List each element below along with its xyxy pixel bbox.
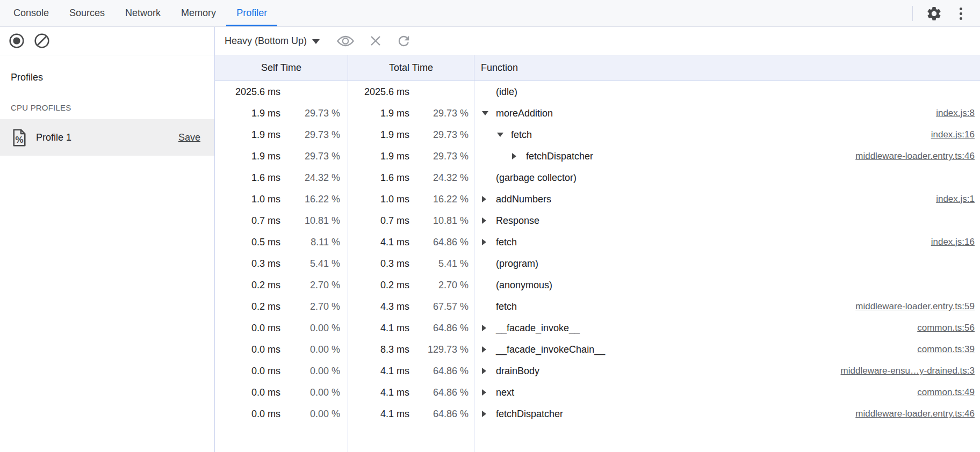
settings-button[interactable] (926, 5, 942, 22)
total-time-cell: 2025.6 ms (348, 81, 474, 103)
table-row[interactable]: 0.0 ms0.00 %4.1 ms64.86 %drainBodymiddle… (215, 360, 980, 382)
restore-button[interactable] (396, 33, 412, 49)
time-ms-value: 4.3 ms (348, 301, 409, 312)
source-link[interactable]: index.js:8 (925, 108, 980, 119)
collapsed-arrow-icon[interactable] (482, 389, 496, 396)
expanded-arrow-icon[interactable] (482, 111, 496, 115)
view-mode-label: Heavy (Bottom Up) (225, 35, 307, 47)
time-ms-value: 0.0 ms (215, 409, 280, 420)
time-percent-value: 0.00 % (280, 344, 348, 355)
table-row[interactable]: 0.5 ms8.11 %4.1 ms64.86 %fetchindex.js:1… (215, 231, 980, 253)
function-tree-node: drainBody (474, 366, 539, 377)
view-mode-select[interactable]: Heavy (Bottom Up) (225, 35, 320, 47)
clear-profiles-button[interactable] (34, 33, 50, 49)
time-percent-value: 0.00 % (280, 409, 348, 420)
function-cell: fetchindex.js:16 (474, 124, 980, 145)
function-tree-node: (garbage collector) (474, 172, 577, 184)
table-row[interactable]: 0.0 ms0.00 %4.1 ms64.86 %__facade_invoke… (215, 317, 980, 339)
table-row[interactable]: 2025.6 ms2025.6 ms(idle) (215, 81, 980, 103)
function-cell: fetchindex.js:16 (474, 231, 980, 253)
time-percent-value: 2.70 % (409, 280, 474, 291)
tab-sources[interactable]: Sources (59, 0, 115, 26)
total-time-cell: 0.7 ms10.81 % (348, 210, 474, 231)
source-link[interactable]: common.ts:39 (906, 344, 980, 355)
table-row[interactable]: 1.6 ms24.32 %1.6 ms24.32 %(garbage colle… (215, 167, 980, 188)
more-options-button[interactable] (955, 8, 966, 20)
total-time-cell: 4.1 ms64.86 % (348, 403, 474, 425)
table-row[interactable]: 0.2 ms2.70 %0.2 ms2.70 %(anonymous) (215, 274, 980, 296)
table-row[interactable]: 0.3 ms5.41 %0.3 ms5.41 %(program) (215, 253, 980, 274)
grid-empty-area (215, 425, 980, 452)
source-link[interactable]: index.js:16 (920, 237, 980, 247)
time-ms-value: 4.1 ms (348, 323, 409, 334)
save-link[interactable]: Save (178, 132, 200, 143)
exclude-button[interactable] (369, 34, 383, 48)
clear-icon (34, 33, 50, 49)
table-row[interactable]: 1.0 ms16.22 %1.0 ms16.22 %addNumbersinde… (215, 188, 980, 210)
collapsed-arrow-icon[interactable] (482, 411, 496, 417)
function-tree-node: (anonymous) (474, 280, 552, 291)
self-time-cell: 0.0 ms0.00 % (215, 317, 348, 339)
collapsed-arrow-icon[interactable] (482, 346, 496, 353)
table-row[interactable]: 0.2 ms2.70 %4.3 ms67.57 %fetchmiddleware… (215, 296, 980, 317)
table-row[interactable]: 0.7 ms10.81 %0.7 ms10.81 %Response (215, 210, 980, 231)
function-tree-node: fetchDispatcher (474, 151, 593, 162)
time-ms-value: 1.9 ms (215, 151, 280, 162)
source-link[interactable]: index.js:16 (920, 129, 980, 140)
time-percent-value: 29.73 % (409, 108, 474, 119)
collapsed-arrow-icon[interactable] (482, 217, 496, 224)
function-name: fetch (511, 129, 532, 141)
time-percent-value: 16.22 % (409, 194, 474, 205)
tab-network[interactable]: Network (115, 0, 171, 26)
collapsed-arrow-icon[interactable] (512, 153, 526, 159)
chevron-down-icon (312, 39, 320, 44)
time-percent-value: 64.86 % (409, 323, 474, 334)
record-button[interactable] (9, 33, 25, 49)
time-ms-value: 4.1 ms (348, 387, 409, 398)
table-row[interactable]: 1.9 ms29.73 %1.9 ms29.73 %moreAdditionin… (215, 103, 980, 124)
table-row[interactable]: 0.0 ms0.00 %4.1 ms64.86 %nextcommon.ts:4… (215, 382, 980, 403)
total-time-cell: 4.1 ms64.86 % (348, 231, 474, 253)
column-header-total-time[interactable]: Total Time (348, 55, 474, 81)
collapsed-arrow-icon[interactable] (482, 196, 496, 202)
table-row[interactable]: 1.9 ms29.73 %1.9 ms29.73 %fetchDispatche… (215, 145, 980, 167)
function-name: (anonymous) (496, 280, 552, 291)
source-link[interactable]: middleware-loader.entry.ts:46 (845, 151, 980, 162)
source-link[interactable]: common.ts:56 (906, 323, 980, 333)
column-header-self-time[interactable]: Self Time (215, 55, 348, 81)
tab-profiler[interactable]: Profiler (226, 0, 277, 26)
table-row[interactable]: 1.9 ms29.73 %1.9 ms29.73 %fetchindex.js:… (215, 124, 980, 145)
profiler-pane: Heavy (Bottom Up) (215, 27, 980, 452)
time-percent-value: 64.86 % (409, 366, 474, 377)
table-row[interactable]: 0.0 ms0.00 %4.1 ms64.86 %fetchDispatcher… (215, 403, 980, 425)
source-link[interactable]: middleware-ensu…y-drained.ts:3 (830, 366, 980, 376)
total-time-cell: 0.2 ms2.70 % (348, 274, 474, 296)
profile-list-item[interactable]: % Profile 1 Save (0, 119, 214, 156)
total-time-cell: 0.3 ms5.41 % (348, 253, 474, 274)
total-time-cell: 4.3 ms67.57 % (348, 296, 474, 317)
time-ms-value: 0.7 ms (215, 215, 280, 227)
time-percent-value: 67.57 % (409, 301, 474, 312)
source-link[interactable]: common.ts:49 (906, 387, 980, 398)
self-time-cell: 0.5 ms8.11 % (215, 231, 348, 253)
time-ms-value: 1.6 ms (348, 172, 409, 184)
source-link[interactable]: middleware-loader.entry.ts:59 (845, 301, 980, 312)
time-percent-value: 64.86 % (409, 237, 474, 248)
function-name: (program) (496, 258, 538, 269)
source-link[interactable]: index.js:1 (925, 194, 980, 205)
column-header-function[interactable]: Function (474, 55, 980, 81)
tab-console[interactable]: Console (3, 0, 59, 26)
expanded-arrow-icon[interactable] (497, 133, 511, 137)
collapsed-arrow-icon[interactable] (482, 368, 496, 374)
function-name: drainBody (496, 366, 539, 377)
time-ms-value: 0.2 ms (348, 280, 409, 291)
table-row[interactable]: 0.0 ms0.00 %8.3 ms129.73 %__facade_invok… (215, 339, 980, 360)
time-percent-value: 2.70 % (280, 301, 348, 312)
source-link[interactable]: middleware-loader.entry.ts:46 (845, 409, 980, 419)
collapsed-arrow-icon[interactable] (482, 325, 496, 331)
time-percent-value: 8.11 % (280, 237, 348, 248)
collapsed-arrow-icon[interactable] (482, 239, 496, 245)
time-percent-value: 5.41 % (409, 258, 474, 269)
focus-button[interactable] (336, 33, 355, 49)
tab-memory[interactable]: Memory (171, 0, 226, 26)
